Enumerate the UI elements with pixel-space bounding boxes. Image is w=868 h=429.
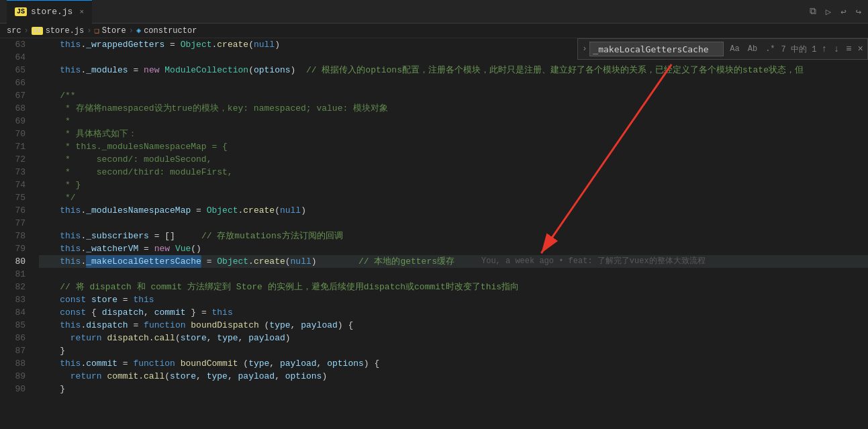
breadcrumb: src › JS store.js › ❑ Store › ◈ construc… — [0, 23, 868, 38]
search-next-button[interactable]: ↓ — [832, 44, 841, 54]
search-expand-button[interactable]: ≡ — [844, 44, 853, 54]
code-line-70: * 具体格式如下： — [39, 128, 868, 140]
code-line-89: return commit.call(store, type, payload,… — [39, 370, 868, 383]
run-icon[interactable]: ▷ — [826, 6, 831, 17]
line-numbers: 63 64 65 66 67 68 69 70 71 72 73 74 75 7… — [0, 38, 32, 429]
search-expand-icon: › — [582, 44, 587, 54]
code-line-76: this._modulesNamespaceMap = Object.creat… — [39, 204, 868, 217]
match-count: 7 中的 1 — [781, 44, 817, 55]
search-input[interactable] — [589, 42, 724, 56]
code-line-71: * this._modulesNamespaceMap = { — [39, 140, 868, 153]
title-bar-actions: ⧉ ▷ ↩ ↪ — [810, 6, 861, 17]
breadcrumb-method-icon: ◈ — [136, 26, 141, 36]
search-options: Aa Ab .* — [726, 42, 778, 56]
js-file-icon: JS — [15, 7, 27, 16]
breadcrumb-src: src — [7, 26, 21, 36]
code-line-83: const store = this — [39, 293, 868, 306]
code-line-65: this._modules = new ModuleCollection(opt… — [39, 64, 868, 77]
code-line-88: this.commit = function boundCommit (type… — [39, 357, 868, 370]
code-line-69: * — [39, 115, 868, 128]
breadcrumb-store-icon: ❑ — [94, 26, 99, 36]
code-line-72: * second/: moduleSecond, — [39, 153, 868, 166]
editor-tab[interactable]: JS store.js × — [7, 0, 92, 23]
code-line-75: */ — [39, 191, 868, 204]
code-line-78: this._subscribers = [] // 存放mutations方法订… — [39, 230, 868, 242]
title-bar: JS store.js × ⧉ ▷ ↩ ↪ — [0, 0, 868, 23]
code-line-73: * second/third: moduleFirst, — [39, 166, 868, 179]
code-line-80: this._makeLocalGettersCache = Object.cre… — [39, 255, 868, 268]
code-line-77 — [39, 217, 868, 230]
breadcrumb-method: constructor — [144, 26, 197, 36]
code-line-68: * 存储将namespaced设为true的模块，key: namespaced… — [39, 102, 868, 115]
git-blame-text: You, a week ago • feat: 了解完了vuex的整体大致流程 — [481, 255, 706, 268]
search-close-button[interactable]: × — [858, 44, 863, 54]
editor-area: › Aa Ab .* 7 中的 1 ↑ ↓ ≡ × 63 64 65 66 67… — [0, 38, 868, 429]
code-line-66 — [39, 77, 868, 89]
search-bar: › Aa Ab .* 7 中的 1 ↑ ↓ ≡ × — [577, 38, 868, 60]
breadcrumb-js-icon: JS — [32, 27, 43, 35]
code-line-90: } — [39, 383, 868, 395]
code-line-85: this.dispatch = function boundDispatch (… — [39, 319, 868, 332]
code-line-67: /** — [39, 89, 868, 102]
code-line-74: * } — [39, 179, 868, 191]
split-editor-icon[interactable]: ⧉ — [810, 6, 816, 17]
tab-close-button[interactable]: × — [79, 8, 84, 16]
code-line-81 — [39, 268, 868, 281]
code-line-87: } — [39, 344, 868, 357]
breadcrumb-class: Store — [102, 26, 126, 36]
tab-filename: store.js — [31, 7, 73, 17]
code-line-84: const { dispatch, commit } = this — [39, 306, 868, 319]
match-case-button[interactable]: Aa — [726, 42, 742, 56]
search-prev-button[interactable]: ↑ — [819, 44, 828, 54]
code-content: this._wrappedGetters = Object.create(nul… — [32, 38, 868, 429]
back-icon[interactable]: ↩ — [840, 6, 846, 17]
code-line-86: return dispatch.call(store, type, payloa… — [39, 332, 868, 344]
code-line-79: this._watcherVM = new Vue() — [39, 242, 868, 255]
code-line-82: // 将 dispatch 和 commit 方法绑定到 Store 的实例上，… — [39, 281, 868, 293]
forward-icon[interactable]: ↪ — [856, 6, 861, 17]
breadcrumb-file: store.js — [46, 26, 85, 36]
regex-button[interactable]: .* — [762, 42, 778, 56]
match-word-button[interactable]: Ab — [744, 42, 761, 56]
